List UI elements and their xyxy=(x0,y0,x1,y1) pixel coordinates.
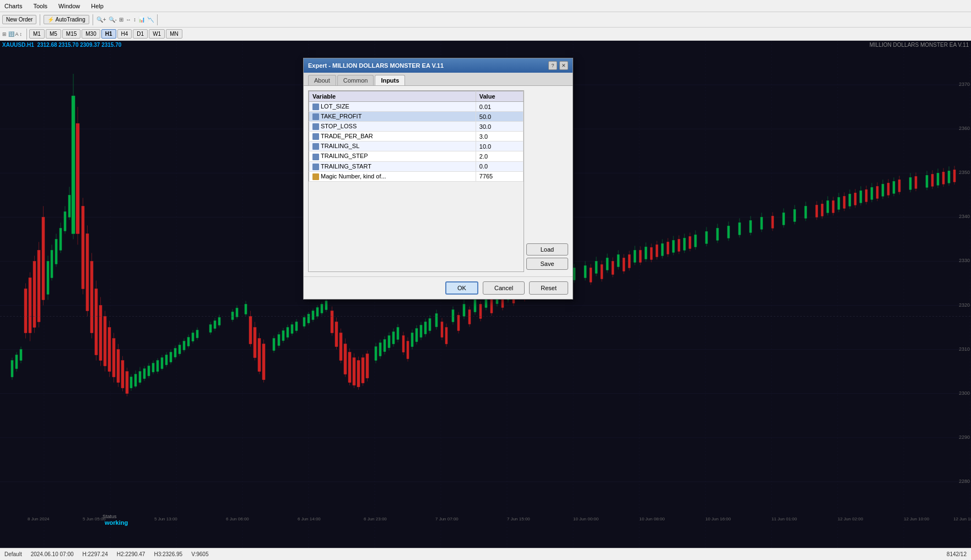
value-cell[interactable]: 10.0 xyxy=(476,142,523,151)
value-cell[interactable]: 30.0 xyxy=(476,122,523,132)
variable-cell: Magic Number, kind of... xyxy=(309,171,476,181)
dialog-close-button[interactable]: ✕ xyxy=(559,61,568,70)
h-label: H:2297.24 xyxy=(83,551,108,557)
svg-text:2370: 2370 xyxy=(959,81,970,87)
table-row[interactable]: TRAILING_SL10.0 xyxy=(309,142,524,151)
svg-text:10 Jun 08:00: 10 Jun 08:00 xyxy=(639,516,665,521)
menu-window[interactable]: Window xyxy=(56,2,82,10)
h2-label: H2:2290.47 xyxy=(117,551,145,557)
table-row[interactable]: STOP_LOSS30.0 xyxy=(309,122,524,132)
row-icon xyxy=(312,104,319,110)
svg-text:12 Jun 10:00: 12 Jun 10:00 xyxy=(904,516,930,521)
row-icon xyxy=(312,133,319,140)
tf-h1[interactable]: H1 xyxy=(101,29,116,39)
value-cell[interactable]: 0.0 xyxy=(476,161,523,171)
load-button[interactable]: Load xyxy=(526,243,568,255)
table-row[interactable]: Magic Number, kind of...7765 xyxy=(309,171,524,181)
value-cell[interactable]: 3.0 xyxy=(476,132,523,142)
svg-text:2280: 2280 xyxy=(959,479,970,484)
tf-m15[interactable]: M15 xyxy=(62,29,80,39)
auto-trading-button[interactable]: ⚡ AutoTrading xyxy=(44,15,89,24)
variable-cell: TRAILING_SL xyxy=(309,142,476,151)
table-row[interactable]: TRADE_PER_BAR3.0 xyxy=(309,132,524,142)
datetime-label: 2024.06.10 07:00 xyxy=(31,551,74,557)
svg-text:10 Jun 00:00: 10 Jun 00:00 xyxy=(573,516,599,521)
value-cell[interactable]: 0.01 xyxy=(476,102,523,112)
table-row[interactable]: LOT_SIZE0.01 xyxy=(309,102,524,112)
row-icon xyxy=(312,143,319,150)
tab-about[interactable]: About xyxy=(308,75,336,85)
tf-d1[interactable]: D1 xyxy=(133,29,148,39)
bar-count: 8142/12 xyxy=(947,551,967,557)
tf-m1[interactable]: M1 xyxy=(29,29,45,39)
ok-button[interactable]: OK xyxy=(445,281,478,295)
price-label: XAUUSD.H1 2312.68 2315.70 2309.37 2315.7… xyxy=(2,42,121,48)
save-button[interactable]: Save xyxy=(526,258,568,270)
svg-text:2290: 2290 xyxy=(959,434,970,440)
dialog-content-area: Variable Value LOT_SIZE0.01TAKE_PROFIT50… xyxy=(308,90,568,272)
variable-cell: STOP_LOSS xyxy=(309,122,476,132)
reset-button[interactable]: Reset xyxy=(529,281,568,295)
variable-cell: TRADE_PER_BAR xyxy=(309,132,476,142)
table-row[interactable]: TAKE_PROFIT50.0 xyxy=(309,112,524,122)
table-row[interactable]: TRAILING_STEP2.0 xyxy=(309,151,524,161)
new-order-button[interactable]: New Order xyxy=(2,15,36,24)
tf-m30[interactable]: M30 xyxy=(82,29,100,39)
svg-text:2350: 2350 xyxy=(959,170,970,175)
svg-text:2310: 2310 xyxy=(959,346,970,352)
row-icon xyxy=(312,164,319,170)
profile-label: Default xyxy=(4,551,22,557)
svg-text:2360: 2360 xyxy=(959,126,970,131)
svg-text:2320: 2320 xyxy=(959,302,970,308)
variable-cell: TRAILING_START xyxy=(309,161,476,171)
v-label: V:9605 xyxy=(191,551,208,557)
menu-bar: Charts Tools Window Help xyxy=(0,0,971,12)
row-icon xyxy=(312,154,319,160)
col-value: Value xyxy=(476,91,523,102)
toolbar-separator xyxy=(40,14,40,25)
load-save-area: Load Save xyxy=(524,90,568,272)
menu-tools[interactable]: Tools xyxy=(31,2,50,10)
value-cell[interactable]: 7765 xyxy=(476,171,523,181)
h3-label: H3:2326.95 xyxy=(154,551,182,557)
tf-separator xyxy=(26,29,27,40)
inputs-table-container[interactable]: Variable Value LOT_SIZE0.01TAKE_PROFIT50… xyxy=(308,90,524,272)
ea-label: MILLION DOLLARS MONSTER EA V.11 xyxy=(870,42,969,48)
value-cell[interactable]: 50.0 xyxy=(476,112,523,122)
svg-text:6 Jun 23:00: 6 Jun 23:00 xyxy=(364,516,387,521)
dialog-controls: ? ✕ xyxy=(548,61,568,70)
working-label: working xyxy=(105,519,128,526)
tf-h4[interactable]: H4 xyxy=(117,29,132,39)
svg-text:10 Jun 16:00: 10 Jun 16:00 xyxy=(705,516,731,521)
svg-text:6 Jun 06:00: 6 Jun 06:00 xyxy=(226,516,249,521)
tab-inputs[interactable]: Inputs xyxy=(375,75,405,85)
tf-m5[interactable]: M5 xyxy=(46,29,61,39)
row-icon xyxy=(312,113,319,120)
menu-help[interactable]: Help xyxy=(89,2,106,10)
status-text-label: Status xyxy=(103,514,117,519)
dialog-help-button[interactable]: ? xyxy=(548,61,557,70)
cancel-button[interactable]: Cancel xyxy=(483,281,525,295)
svg-text:8 Jun 2024: 8 Jun 2024 xyxy=(28,516,50,521)
svg-text:12 Jun 02:00: 12 Jun 02:00 xyxy=(838,516,864,521)
svg-text:2330: 2330 xyxy=(959,258,970,263)
svg-text:11 Jun 01:00: 11 Jun 01:00 xyxy=(772,516,797,521)
svg-text:7 Jun 07:00: 7 Jun 07:00 xyxy=(435,516,458,521)
variable-cell: LOT_SIZE xyxy=(309,102,476,112)
table-row[interactable]: TRAILING_START0.0 xyxy=(309,161,524,171)
tab-common[interactable]: Common xyxy=(337,75,374,85)
toolbar-separator-3 xyxy=(157,14,158,25)
inputs-tbody: LOT_SIZE0.01TAKE_PROFIT50.0STOP_LOSS30.0… xyxy=(309,102,524,182)
dialog-footer: OK Cancel Reset xyxy=(304,276,573,299)
value-cell[interactable]: 2.0 xyxy=(476,151,523,161)
dialog-title: Expert - MILLION DOLLARS MONSTER EA V.11 xyxy=(308,62,444,69)
tf-w1[interactable]: W1 xyxy=(149,29,165,39)
svg-text:5 Jun 13:00: 5 Jun 13:00 xyxy=(154,516,177,521)
svg-text:2300: 2300 xyxy=(959,390,970,396)
dialog-body: Variable Value LOT_SIZE0.01TAKE_PROFIT50… xyxy=(304,86,573,276)
menu-charts[interactable]: Charts xyxy=(2,2,24,10)
dialog-tabs: About Common Inputs xyxy=(304,73,573,86)
svg-text:7 Jun 15:00: 7 Jun 15:00 xyxy=(507,516,530,521)
col-variable: Variable xyxy=(309,91,476,102)
tf-mn[interactable]: MN xyxy=(166,29,182,39)
